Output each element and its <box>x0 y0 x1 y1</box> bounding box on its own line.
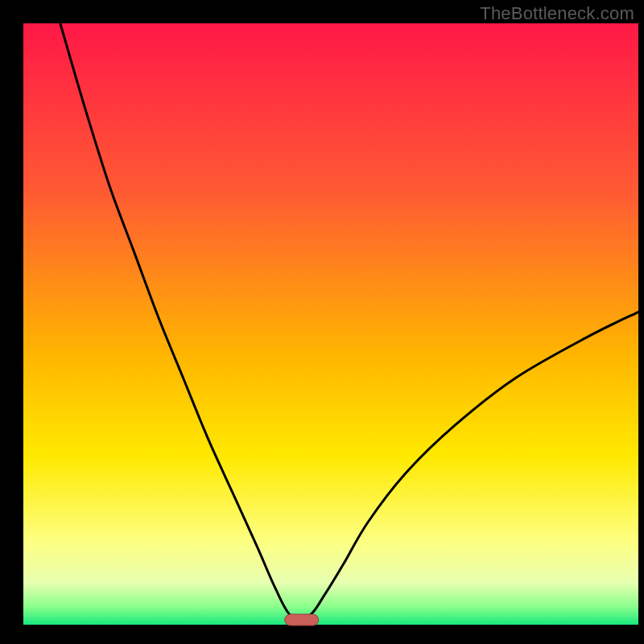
plot-background <box>23 23 638 625</box>
optimal-marker <box>285 614 319 625</box>
watermark-text: TheBottleneck.com <box>480 3 634 24</box>
chart-frame: TheBottleneck.com <box>0 0 644 644</box>
bottleneck-chart <box>0 0 644 644</box>
